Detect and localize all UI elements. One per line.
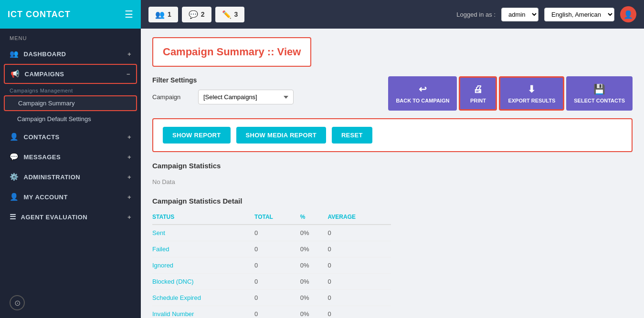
sidebar-item-dashboard[interactable]: 👥 DASHBOARD + (0, 44, 141, 64)
campaigns-submenu: Campaigns Management Campaign Summary Ca… (0, 84, 141, 127)
campaigns-icon: 📢 (11, 70, 20, 78)
sidebar-bottom: ⊙ (0, 287, 141, 318)
tab-3-button[interactable]: ✏️ 3 (215, 7, 245, 22)
campaigns-submenu-header: Campaigns Management (0, 84, 141, 95)
user-select[interactable]: admin (501, 8, 538, 21)
sidebar: ICT CONTACT ☰ MENU 👥 DASHBOARD + 📢 CAMPA… (0, 0, 141, 318)
contacts-icon: 👤 (10, 133, 19, 141)
sidebar-circle-icon[interactable]: ⊙ (10, 295, 25, 310)
topbar-right: Logged in as : admin English, American 👤 (456, 6, 636, 22)
tab-1-label: 1 (168, 10, 171, 18)
table-cell-status-3: Blocked (DNC) (152, 274, 254, 290)
header-pct: % (300, 210, 328, 225)
sidebar-title: ICT CONTACT (8, 10, 71, 20)
table-row: Blocked (DNC)00%0 (152, 274, 391, 290)
table-row: Schedule Expired00%0 (152, 290, 391, 306)
table-cell-status-4: Schedule Expired (152, 290, 254, 306)
table-cell-average-4: 0 (328, 290, 391, 306)
sidebar-item-campaign-default[interactable]: Campaign Default Settings (0, 111, 141, 127)
tab-3-label: 3 (234, 10, 238, 18)
table-cell-total-1: 0 (254, 241, 300, 257)
tab-3-icon: ✏️ (222, 10, 232, 19)
contacts-expand-icon[interactable]: + (127, 133, 131, 141)
messages-expand-icon[interactable]: + (127, 154, 131, 161)
table-row: Failed00%0 (152, 241, 391, 257)
tab-2-label: 2 (201, 10, 205, 18)
sidebar-item-agent-evaluation[interactable]: ☰ AGENT EVALUATION + (0, 207, 141, 227)
filter-action-row: Filter Settings Campaign [Select Campaig… (152, 76, 633, 111)
header-total: TOTAL (254, 210, 300, 225)
print-button-label: PRINT (470, 98, 486, 103)
page-title: Campaign Summary :: View (163, 46, 301, 58)
export-icon: ⬇ (528, 83, 536, 95)
table-cell-pct-1: 0% (300, 241, 328, 257)
sidebar-item-contacts[interactable]: 👤 CONTACTS + (0, 127, 141, 147)
show-report-button[interactable]: SHOW REPORT (163, 127, 231, 144)
table-cell-status-2: Ignored (152, 257, 254, 274)
table-row: Sent00%0 (152, 225, 391, 241)
user-avatar[interactable]: 👤 (620, 6, 636, 22)
select-contacts-icon: 💾 (593, 83, 605, 95)
sidebar-item-campaigns-label: CAMPAIGNS (25, 71, 64, 78)
sidebar-item-my-account[interactable]: 👤 MY ACCOUNT + (0, 187, 141, 207)
dashboard-expand-icon[interactable]: + (127, 51, 131, 58)
filter-section: Filter Settings Campaign [Select Campaig… (152, 76, 388, 104)
action-buttons: ↩ BACK TO CAMPAIGN 🖨 PRINT ⬇ EXPORT RESU… (388, 76, 633, 111)
table-cell-total-0: 0 (254, 225, 300, 241)
table-cell-pct-3: 0% (300, 274, 328, 290)
print-button[interactable]: 🖨 PRINT (459, 76, 497, 111)
reset-button[interactable]: RESET (332, 127, 372, 144)
tab-1-icon: 👥 (155, 10, 165, 19)
agent-evaluation-icon: ☰ (10, 213, 16, 221)
campaign-statistics-title: Campaign Statistics (152, 162, 633, 170)
campaign-statistics-detail-section: Campaign Statistics Detail STATUS TOTAL … (152, 197, 633, 318)
page-title-box: Campaign Summary :: View (152, 37, 311, 67)
topbar: 👥 1 💬 2 ✏️ 3 Logged in as : admin Englis… (141, 0, 644, 29)
page-content-area: Campaign Summary :: View Filter Settings… (141, 29, 644, 318)
table-cell-status-0: Sent (152, 225, 254, 241)
header-average: AVERAGE (328, 210, 391, 225)
back-icon: ↩ (419, 83, 427, 95)
administration-expand-icon[interactable]: + (127, 174, 131, 181)
table-cell-status-5: Invalid Number (152, 306, 254, 318)
sidebar-item-contacts-label: CONTACTS (24, 133, 60, 141)
export-button-label: EXPORT RESULTS (508, 98, 555, 103)
sidebar-header: ICT CONTACT ☰ (0, 0, 141, 29)
sidebar-item-agent-evaluation-label: AGENT EVALUATION (21, 214, 88, 221)
back-button-label: BACK TO CAMPAIGN (396, 98, 449, 103)
campaign-summary-label: Campaign Summary (18, 100, 75, 107)
my-account-expand-icon[interactable]: + (127, 194, 131, 201)
agent-evaluation-expand-icon[interactable]: + (127, 214, 131, 221)
filter-row: Campaign [Select Campaigns] (152, 90, 388, 104)
stats-table-body: Sent00%0Failed00%0Ignored00%0Blocked (DN… (152, 225, 391, 318)
select-contacts-button[interactable]: 💾 SELECT CONTACTS (566, 76, 633, 111)
sidebar-item-my-account-label: MY ACCOUNT (24, 194, 68, 201)
sidebar-item-campaign-summary[interactable]: Campaign Summary (4, 95, 137, 111)
table-cell-total-5: 0 (254, 306, 300, 318)
table-row: Ignored00%0 (152, 257, 391, 274)
tab-2-button[interactable]: 💬 2 (182, 7, 211, 22)
hamburger-icon[interactable]: ☰ (125, 9, 133, 20)
table-cell-total-4: 0 (254, 290, 300, 306)
campaign-select[interactable]: [Select Campaigns] (198, 90, 294, 104)
table-cell-average-1: 0 (328, 241, 391, 257)
logged-in-label: Logged in as : (456, 11, 496, 18)
campaigns-collapse-icon[interactable]: − (127, 71, 130, 78)
table-header-row: STATUS TOTAL % AVERAGE (152, 210, 391, 225)
sidebar-item-dashboard-label: DASHBOARD (24, 51, 66, 58)
sidebar-item-messages[interactable]: 💬 MESSAGES + (0, 147, 141, 167)
export-results-button[interactable]: ⬇ EXPORT RESULTS (499, 76, 564, 111)
administration-icon: ⚙️ (10, 173, 19, 181)
select-contacts-label: SELECT CONTACTS (574, 98, 625, 103)
messages-icon: 💬 (10, 153, 19, 161)
tab-1-button[interactable]: 👥 1 (148, 7, 178, 22)
back-to-campaign-button[interactable]: ↩ BACK TO CAMPAIGN (388, 76, 457, 111)
table-cell-average-3: 0 (328, 274, 391, 290)
table-cell-average-0: 0 (328, 225, 391, 241)
show-media-report-button[interactable]: SHOW MEDIA REPORT (236, 127, 326, 144)
language-select[interactable]: English, American (544, 8, 614, 21)
sidebar-item-administration[interactable]: ⚙️ ADMINISTRATION + (0, 167, 141, 187)
table-cell-average-2: 0 (328, 257, 391, 274)
table-cell-pct-4: 0% (300, 290, 328, 306)
sidebar-item-campaigns[interactable]: 📢 CAMPAIGNS − (4, 64, 137, 84)
